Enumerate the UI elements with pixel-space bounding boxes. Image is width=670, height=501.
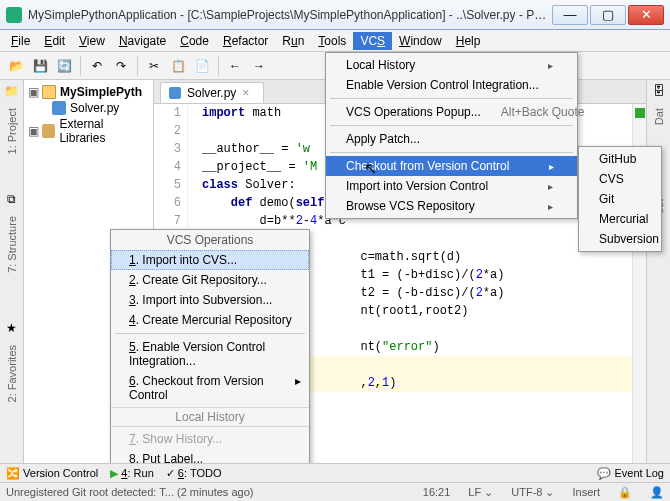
paste-icon[interactable]: 📄	[192, 56, 212, 76]
status-message[interactable]: Unregistered Git root detected: T... (2 …	[6, 486, 253, 498]
checkout-mercurial[interactable]: Mercurial	[579, 209, 661, 229]
status-line-sep[interactable]: LF ⌄	[468, 486, 493, 499]
checkout-cvs[interactable]: CVS	[579, 169, 661, 189]
project-file[interactable]: Solver.py	[26, 100, 151, 116]
checkout-git[interactable]: Git	[579, 189, 661, 209]
redo-icon[interactable]: ↷	[111, 56, 131, 76]
tab-solver[interactable]: Solver.py ×	[160, 82, 264, 103]
open-icon[interactable]: 📂	[6, 56, 26, 76]
project-tool-label[interactable]: 1: Project	[6, 108, 18, 154]
run-tool[interactable]: ▶ 4: Run	[110, 467, 154, 480]
checkout-github[interactable]: GitHub	[579, 149, 661, 169]
close-button[interactable]: ✕	[628, 5, 664, 25]
inspection-ok-icon	[635, 108, 645, 118]
vcsops-group-localhistory: Local History	[111, 407, 309, 427]
menu-tools[interactable]: Tools	[311, 32, 353, 50]
right-tool-gutter: 🗄 Dat ost	[646, 80, 670, 463]
menu-refactor[interactable]: Refactor	[216, 32, 275, 50]
favorites-tool-label[interactable]: 2: Favorites	[6, 345, 18, 402]
forward-icon[interactable]: →	[249, 56, 269, 76]
status-encoding[interactable]: UTF-8 ⌄	[511, 486, 554, 499]
favorites-tool-icon[interactable]: ★	[6, 321, 17, 335]
project-tool-icon[interactable]: 📁	[4, 84, 19, 98]
maximize-button[interactable]: ▢	[590, 5, 626, 25]
vcs-menu: Local History Enable Version Control Int…	[325, 52, 578, 219]
vcs-operations-popup[interactable]: VCS Operations Popup...Alt+Back Quote	[326, 102, 577, 122]
vcsops-show-history: 7. Show History...	[111, 429, 309, 449]
vcs-checkout[interactable]: Checkout from Version Control	[326, 156, 577, 176]
vcs-operations-popup: VCS Operations 1. Import into CVS... 2. …	[110, 229, 310, 470]
vcsops-create-git[interactable]: 2. Create Git Repository...	[111, 270, 309, 290]
version-control-tool[interactable]: 🔀 Version Control	[6, 467, 98, 480]
vcs-enable-integration[interactable]: Enable Version Control Integration...	[326, 75, 577, 95]
structure-tool-label[interactable]: 7: Structure	[6, 216, 18, 273]
database-tool-label[interactable]: Dat	[653, 108, 665, 125]
statusbar: Unregistered Git root detected: T... (2 …	[0, 482, 670, 501]
vcs-apply-patch[interactable]: Apply Patch...	[326, 129, 577, 149]
vcsops-enable-integration[interactable]: 5. Enable Version Control Integration...	[111, 337, 309, 371]
menubar: File Edit View Navigate Code Refactor Ru…	[0, 30, 670, 52]
project-file-label: Solver.py	[70, 101, 119, 115]
back-icon[interactable]: ←	[225, 56, 245, 76]
status-lock-icon[interactable]: 🔒	[618, 486, 632, 499]
vcsops-import-svn[interactable]: 3. Import into Subversion...	[111, 290, 309, 310]
external-libraries[interactable]: ▣ External Libraries	[26, 116, 151, 146]
python-file-icon	[169, 87, 181, 99]
window-title: MySimplePythonApplication - [C:\SamplePr…	[28, 8, 552, 22]
checkout-subversion[interactable]: Subversion	[579, 229, 661, 249]
refresh-icon[interactable]: 🔄	[54, 56, 74, 76]
titlebar: MySimplePythonApplication - [C:\SamplePr…	[0, 0, 670, 30]
structure-tool-icon[interactable]: ⧉	[7, 192, 16, 206]
bottom-toolbar: 🔀 Version Control ▶ 4: Run ✓ 6: TODO 💬 E…	[0, 463, 670, 482]
undo-icon[interactable]: ↶	[87, 56, 107, 76]
vcs-browse[interactable]: Browse VCS Repository	[326, 196, 577, 216]
vcsops-title: VCS Operations	[111, 230, 309, 250]
app-icon	[6, 7, 22, 23]
copy-icon[interactable]: 📋	[168, 56, 188, 76]
menu-view[interactable]: View	[72, 32, 112, 50]
vcsops-create-mercurial[interactable]: 4. Create Mercurial Repository	[111, 310, 309, 330]
tab-close-icon[interactable]: ×	[242, 86, 249, 100]
vcsops-checkout[interactable]: 6. Checkout from Version Control▸	[111, 371, 309, 405]
status-insert-mode[interactable]: Insert	[572, 486, 600, 498]
menu-code[interactable]: Code	[173, 32, 216, 50]
event-log-tool[interactable]: 💬 Event Log	[597, 467, 664, 480]
database-tool-icon[interactable]: 🗄	[653, 84, 665, 98]
menu-run[interactable]: Run	[275, 32, 311, 50]
minimize-button[interactable]: —	[552, 5, 588, 25]
vcs-local-history[interactable]: Local History	[326, 55, 577, 75]
status-caret-pos[interactable]: 16:21	[423, 486, 451, 498]
todo-tool[interactable]: ✓ 6: TODO	[166, 467, 222, 480]
menu-file[interactable]: File	[4, 32, 37, 50]
menu-vcs[interactable]: VCS	[353, 32, 392, 50]
vcsops-import-cvs[interactable]: 1. Import into CVS...	[111, 250, 309, 270]
checkout-submenu: GitHub CVS Git Mercurial Subversion	[578, 146, 662, 252]
save-icon[interactable]: 💾	[30, 56, 50, 76]
vcs-import[interactable]: Import into Version Control	[326, 176, 577, 196]
status-hector-icon[interactable]: 👤	[650, 486, 664, 499]
menu-window[interactable]: Window	[392, 32, 449, 50]
menu-help[interactable]: Help	[449, 32, 488, 50]
external-libraries-label: External Libraries	[59, 117, 149, 145]
project-root-label: MySimplePyth	[60, 85, 142, 99]
left-tool-gutter: 📁 1: Project ⧉ 7: Structure ★ 2: Favorit…	[0, 80, 24, 463]
project-root[interactable]: ▣ MySimplePyth	[26, 84, 151, 100]
tab-label: Solver.py	[187, 86, 236, 100]
menu-navigate[interactable]: Navigate	[112, 32, 173, 50]
menu-edit[interactable]: Edit	[37, 32, 72, 50]
cut-icon[interactable]: ✂	[144, 56, 164, 76]
